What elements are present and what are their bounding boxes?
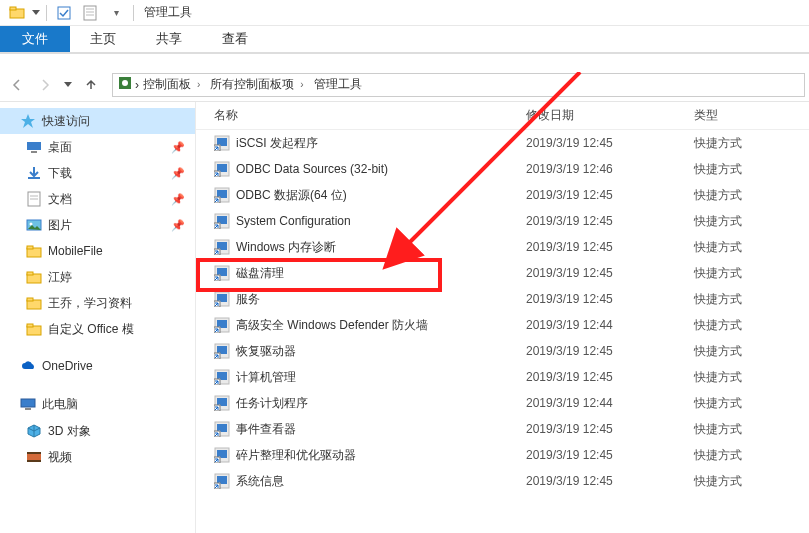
nav-item[interactable]: 江婷	[0, 264, 195, 290]
file-type: 快捷方式	[694, 291, 809, 308]
address-box[interactable]: › 控制面板› 所有控制面板项› 管理工具	[112, 73, 805, 97]
breadcrumb-label: 所有控制面板项	[210, 76, 294, 93]
file-name: 计算机管理	[236, 369, 296, 386]
file-type: 快捷方式	[694, 187, 809, 204]
column-type[interactable]: 类型	[694, 107, 809, 124]
file-row[interactable]: 高级安全 Windows Defender 防火墙2019/3/19 12:44…	[196, 312, 809, 338]
nav-onedrive[interactable]: OneDrive	[0, 352, 195, 380]
nav-forward-button[interactable]	[32, 72, 58, 98]
tab-view[interactable]: 查看	[202, 26, 268, 52]
shortcut-icon	[214, 421, 230, 437]
nav-item[interactable]: 3D 对象	[0, 418, 195, 444]
file-date: 2019/3/19 12:45	[526, 292, 694, 306]
shortcut-icon	[214, 187, 230, 203]
pin-icon: 📌	[171, 167, 185, 180]
column-name[interactable]: 名称	[196, 107, 526, 124]
file-name: ODBC Data Sources (32-bit)	[236, 162, 388, 176]
svg-rect-28	[27, 452, 41, 454]
file-row[interactable]: 任务计划程序2019/3/19 12:44快捷方式	[196, 390, 809, 416]
file-row[interactable]: 恢复驱动器2019/3/19 12:45快捷方式	[196, 338, 809, 364]
breadcrumb-item[interactable]: 所有控制面板项›	[208, 76, 309, 93]
nav-item[interactable]: 王乔，学习资料	[0, 290, 195, 316]
nav-recent-button[interactable]	[60, 72, 76, 98]
file-date: 2019/3/19 12:45	[526, 188, 694, 202]
pin-icon: 📌	[171, 193, 185, 206]
tab-file[interactable]: 文件	[0, 26, 70, 52]
file-date: 2019/3/19 12:45	[526, 214, 694, 228]
file-type: 快捷方式	[694, 265, 809, 282]
nav-label: 自定义 Office 模	[48, 321, 134, 338]
shortcut-icon	[214, 369, 230, 385]
chevron-right-icon[interactable]: ›	[300, 79, 303, 90]
file-type: 快捷方式	[694, 135, 809, 152]
breadcrumb-item[interactable]: 管理工具	[312, 76, 364, 93]
nav-label: 3D 对象	[48, 423, 91, 440]
ribbon-divider	[0, 52, 809, 54]
svg-rect-10	[31, 151, 37, 153]
separator	[133, 5, 134, 21]
file-name: iSCSI 发起程序	[236, 135, 318, 152]
tab-home[interactable]: 主页	[70, 26, 136, 52]
nav-item[interactable]: 下载📌	[0, 160, 195, 186]
chevron-right-icon[interactable]: ›	[135, 78, 139, 92]
file-row[interactable]: ODBC 数据源(64 位)2019/3/19 12:45快捷方式	[196, 182, 809, 208]
file-name: 系统信息	[236, 473, 284, 490]
file-type: 快捷方式	[694, 343, 809, 360]
nav-item[interactable]: 自定义 Office 模	[0, 316, 195, 342]
pin-icon: 📌	[171, 141, 185, 154]
3d-icon	[26, 423, 42, 439]
file-row[interactable]: 服务2019/3/19 12:45快捷方式	[196, 286, 809, 312]
file-date: 2019/3/19 12:45	[526, 136, 694, 150]
shortcut-icon	[214, 473, 230, 489]
nav-label: 下载	[48, 165, 72, 182]
picture-icon	[26, 217, 42, 233]
file-row[interactable]: ODBC Data Sources (32-bit)2019/3/19 12:4…	[196, 156, 809, 182]
nav-quick-access[interactable]: 快速访问	[0, 108, 195, 134]
folder-icon[interactable]	[6, 2, 28, 24]
chevron-down-icon[interactable]	[32, 10, 40, 15]
qat-more-icon[interactable]: ▾	[105, 2, 127, 24]
document-icon[interactable]	[79, 2, 101, 24]
svg-rect-1	[10, 7, 16, 10]
file-name: 任务计划程序	[236, 395, 308, 412]
shortcut-icon	[214, 239, 230, 255]
svg-rect-9	[27, 142, 41, 150]
file-name: 服务	[236, 291, 260, 308]
file-type: 快捷方式	[694, 213, 809, 230]
chevron-right-icon[interactable]: ›	[197, 79, 200, 90]
shortcut-icon	[214, 343, 230, 359]
column-date[interactable]: 修改日期	[526, 107, 694, 124]
nav-item[interactable]: 图片📌	[0, 212, 195, 238]
svg-rect-24	[27, 324, 33, 327]
file-name: ODBC 数据源(64 位)	[236, 187, 347, 204]
file-row[interactable]: System Configuration2019/3/19 12:45快捷方式	[196, 208, 809, 234]
tab-share[interactable]: 共享	[136, 26, 202, 52]
file-row[interactable]: 磁盘清理2019/3/19 12:45快捷方式	[196, 260, 809, 286]
properties-icon[interactable]	[53, 2, 75, 24]
file-date: 2019/3/19 12:45	[526, 344, 694, 358]
file-type: 快捷方式	[694, 473, 809, 490]
column-headers: 名称 修改日期 类型	[196, 102, 809, 130]
file-row[interactable]: 计算机管理2019/3/19 12:45快捷方式	[196, 364, 809, 390]
nav-item[interactable]: 视频	[0, 444, 195, 470]
nav-label: 此电脑	[42, 396, 78, 413]
file-row[interactable]: 碎片整理和优化驱动器2019/3/19 12:45快捷方式	[196, 442, 809, 468]
nav-this-pc[interactable]: 此电脑	[0, 390, 195, 418]
nav-item[interactable]: 文档📌	[0, 186, 195, 212]
file-row[interactable]: Windows 内存诊断2019/3/19 12:45快捷方式	[196, 234, 809, 260]
file-row[interactable]: iSCSI 发起程序2019/3/19 12:45快捷方式	[196, 130, 809, 156]
pin-icon: 📌	[171, 219, 185, 232]
svg-rect-20	[27, 272, 33, 275]
nav-item[interactable]: 桌面📌	[0, 134, 195, 160]
file-row[interactable]: 事件查看器2019/3/19 12:45快捷方式	[196, 416, 809, 442]
titlebar: ▾ 管理工具	[0, 0, 809, 26]
svg-rect-11	[28, 177, 40, 179]
breadcrumb-item[interactable]: 控制面板›	[141, 76, 206, 93]
svg-rect-26	[25, 408, 31, 410]
file-row[interactable]: 系统信息2019/3/19 12:45快捷方式	[196, 468, 809, 494]
nav-up-button[interactable]	[78, 72, 104, 98]
file-type: 快捷方式	[694, 239, 809, 256]
file-name: Windows 内存诊断	[236, 239, 336, 256]
nav-item[interactable]: MobileFile	[0, 238, 195, 264]
nav-back-button[interactable]	[4, 72, 30, 98]
